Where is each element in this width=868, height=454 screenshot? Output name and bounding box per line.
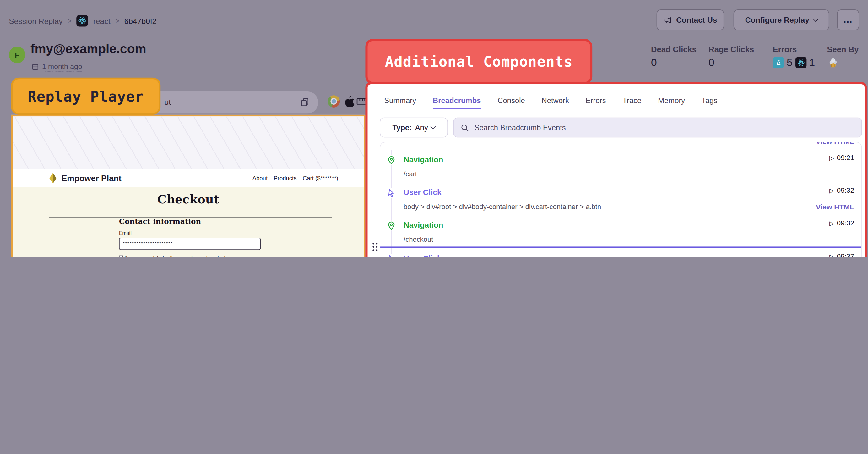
replay-age[interactable]: 1 month ago [31,62,82,72]
breadcrumb-title: Navigation [404,155,443,164]
breadcrumb-separator: > [68,17,71,25]
user-email: fmy@example.com [30,41,146,57]
annotation-replay-player: Replay Player [11,78,160,115]
breadcrumb-title: User Click [404,254,441,257]
site-brand: Empower Plant [48,173,121,183]
breadcrumb-session-replay[interactable]: Session Replay [9,16,62,25]
tab-breadcrumbs[interactable]: Breadcrumbs [433,96,481,109]
contact-us-label: Contact Us [676,16,717,24]
breadcrumb-connector-line [391,150,392,257]
replay-details-panel: Summary Breadcrumbs Console Network Erro… [365,82,867,257]
play-from-here-icon: ▷ [829,154,834,162]
checkout-page: Checkout Contact information Email *****… [13,187,364,257]
site-brand-name: Empower Plant [62,173,122,183]
flask-error-count[interactable]: 5 [787,57,793,69]
site-header: Empower Plant About Products Cart ($****… [13,169,364,187]
breadcrumb-timestamp[interactable]: ▷09:37 [829,253,854,257]
email-label: Email [119,230,132,236]
view-html-link[interactable]: View HTML [816,142,854,146]
contact-us-button[interactable]: Contact Us [657,9,724,30]
breadcrumb-replay-id: 6b47b0f2 [124,16,157,25]
copy-url-icon[interactable] [300,97,309,107]
type-filter-label: Type: [393,123,412,132]
flask-platform-icon [773,57,784,68]
breadcrumb-description: body > div#root > div#body-container > d… [404,203,795,211]
chrome-browser-icon [328,95,340,108]
breadcrumb-timestamp[interactable]: ▷09:32 [829,187,854,195]
breadcrumb-description: /cart [404,170,795,178]
newsletter-checkbox[interactable] [119,256,123,257]
breadcrumb-timestamp[interactable]: ▷09:21 [829,154,854,162]
tab-network[interactable]: Network [542,96,569,109]
newsletter-label: Keep me updated with new sales and produ… [125,255,228,257]
tab-console[interactable]: Console [497,96,525,109]
stat-rage-clicks: Rage Clicks 0 [709,45,754,69]
stat-seen-by: Seen By [827,45,859,69]
react-error-count[interactable]: 1 [809,57,815,69]
calendar-icon [31,63,39,70]
tab-trace[interactable]: Trace [622,96,641,109]
tab-errors[interactable]: Errors [586,96,606,109]
react-platform-icon [795,57,806,68]
stat-errors: Errors 5 1 [773,45,815,69]
breadcrumb-title: Navigation [404,221,443,229]
email-field[interactable]: ********************** [119,238,261,250]
configure-replay-label: Configure Replay [745,16,809,24]
cursor-click-icon [386,254,396,257]
replay-url-text: ut [164,97,171,106]
playhead-position-divider[interactable] [380,247,861,248]
type-filter-value: Any [415,123,428,132]
checkout-title: Checkout [13,192,364,206]
contact-info-heading: Contact information [119,217,201,225]
panel-drag-handle[interactable] [372,242,379,251]
breadcrumb: Session Replay > react > 6b47b0f2 [9,15,156,27]
user-avatar: F [9,47,25,63]
site-nav-products[interactable]: Products [274,174,297,181]
breadcrumb-search[interactable] [454,118,862,137]
annotation-additional-components: Additional Components [365,39,592,84]
newsletter-row: Keep me updated with new sales and produ… [119,255,228,257]
replay-player[interactable]: Empower Plant About Products Cart ($****… [11,115,365,257]
type-filter-dropdown[interactable]: Type: Any [380,118,448,137]
replay-age-label: 1 month ago [42,62,82,72]
more-options-button[interactable]: … [837,9,859,30]
ellipsis-icon: … [843,15,853,26]
breadcrumb-title: User Click [404,188,441,197]
chevron-down-icon [813,16,818,22]
seen-by-avatar [827,57,839,69]
session-replay-page: Session Replay > react > 6b47b0f2 Contac… [0,0,868,257]
tab-summary[interactable]: Summary [384,96,416,109]
cursor-click-icon [386,188,396,198]
breadcrumb-project[interactable]: react [93,16,111,25]
play-from-here-icon: ▷ [829,220,834,227]
search-icon [461,123,469,132]
tab-tags[interactable]: Tags [702,96,717,109]
navigation-pin-icon [386,155,396,165]
site-nav-cart[interactable]: Cart ($*******) [303,174,338,181]
chevron-down-icon [431,124,436,129]
view-html-link[interactable]: View HTML [816,203,854,211]
stat-dead-clicks: Dead Clicks 0 [651,45,696,69]
play-from-here-icon: ▷ [829,253,834,257]
play-from-here-icon: ▷ [829,187,834,194]
breadcrumb-separator: > [115,17,119,25]
navigation-pin-icon [386,221,396,231]
breadcrumb-list[interactable]: View HTML Navigation ▷09:21 /cart User C… [380,142,862,257]
configure-replay-button[interactable]: Configure Replay [734,9,829,30]
breadcrumb-timestamp[interactable]: ▷09:32 [829,220,854,227]
tab-memory[interactable]: Memory [658,96,685,109]
search-input[interactable] [473,123,855,132]
breadcrumb-description: /checkout [404,235,795,243]
site-nav-about[interactable]: About [252,174,268,181]
react-project-icon [76,15,88,27]
apple-os-icon [342,94,356,109]
detail-tabs: Summary Breadcrumbs Console Network Erro… [384,96,717,109]
megaphone-icon [663,16,672,24]
player-out-of-viewport-top [13,116,364,169]
empower-plant-logo-icon [48,173,58,183]
